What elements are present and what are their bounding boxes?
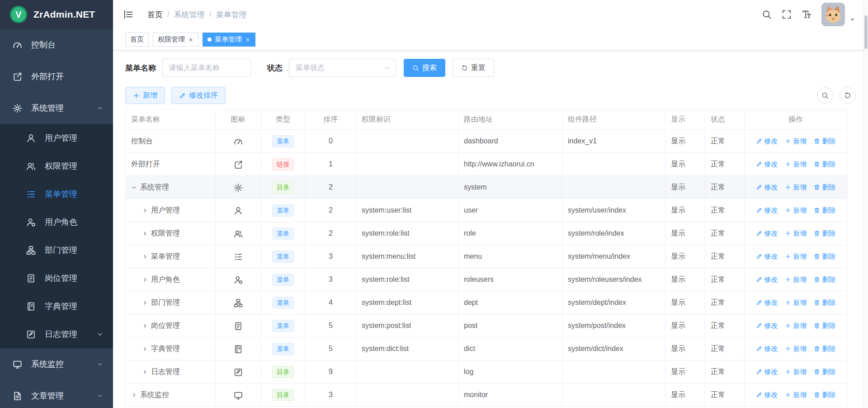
breadcrumb-item[interactable]: 首页	[147, 9, 163, 20]
log-icon	[234, 368, 243, 377]
row-add-button[interactable]: 新增	[785, 275, 807, 284]
close-icon[interactable]	[188, 37, 193, 43]
sidebar-item-3[interactable]: 系统监控	[0, 348, 113, 380]
row-edit-button[interactable]: 修改	[756, 252, 778, 261]
expand-row-toggle[interactable]	[142, 277, 148, 283]
row-edit-button[interactable]: 修改	[756, 160, 778, 169]
sort-button[interactable]: 修改排序	[171, 87, 226, 104]
expand-row-toggle[interactable]	[142, 208, 148, 213]
row-delete-button[interactable]: 删除	[814, 206, 836, 215]
sidebar-subitem-2-3[interactable]: 用户角色	[0, 208, 113, 236]
hamburger-icon[interactable]	[123, 9, 134, 20]
expand-row-toggle[interactable]	[142, 300, 148, 306]
row-add-button[interactable]: 新增	[785, 183, 807, 192]
avatar[interactable]	[821, 3, 845, 26]
component-value	[562, 153, 665, 176]
row-add-button[interactable]: 新增	[785, 299, 807, 307]
row-add-button[interactable]: 新增	[785, 137, 807, 146]
row-delete-button[interactable]: 删除	[814, 345, 836, 353]
row-delete-button[interactable]: 删除	[814, 229, 836, 238]
sidebar-item-0[interactable]: 控制台	[0, 29, 113, 61]
table-row: 权限管理菜单2system:role:listrolesystem/role/i…	[126, 222, 847, 245]
sidebar-subitem-2-0[interactable]: 用户管理	[0, 124, 113, 152]
close-icon[interactable]	[245, 37, 250, 43]
row-add-button[interactable]: 新增	[785, 229, 807, 238]
sidebar-subitem-2-7[interactable]: 日志管理	[0, 320, 113, 348]
reset-button[interactable]: 重置	[453, 59, 494, 77]
row-edit-button[interactable]: 修改	[756, 229, 778, 238]
fontsize-icon[interactable]	[802, 9, 811, 19]
scrollbar-thumb[interactable]	[864, 15, 868, 49]
row-edit-button[interactable]: 修改	[756, 345, 778, 353]
row-edit-button[interactable]: 修改	[756, 183, 778, 192]
row-add-button[interactable]: 新增	[785, 345, 807, 353]
fullscreen-icon[interactable]	[782, 9, 792, 19]
row-edit-button[interactable]: 修改	[756, 368, 778, 376]
add-button[interactable]: 新增	[125, 87, 165, 104]
row-edit-button[interactable]: 修改	[756, 137, 778, 146]
app-root: V ZrAdmin.NET 控制台外部打开系统管理用户管理权限管理菜单管理用户角…	[0, 0, 868, 408]
page-scrollbar[interactable]	[863, 0, 868, 408]
row-delete-button[interactable]: 删除	[814, 275, 836, 284]
sidebar-item-4[interactable]: 文章管理	[0, 380, 113, 408]
row-add-button[interactable]: 新增	[785, 368, 807, 376]
collapse-row-toggle[interactable]	[131, 185, 137, 190]
sidebar-subitem-2-1[interactable]: 权限管理	[0, 152, 113, 180]
sidebar-item-label: 权限管理	[45, 161, 77, 171]
row-edit-button[interactable]: 修改	[756, 322, 778, 330]
sidebar-item-2[interactable]: 系统管理	[0, 92, 113, 124]
row-delete-button[interactable]: 删除	[814, 391, 836, 399]
table-search-button[interactable]	[817, 87, 833, 104]
row-edit-button[interactable]: 修改	[756, 391, 778, 399]
row-delete-button[interactable]: 删除	[814, 160, 836, 169]
row-edit-button[interactable]: 修改	[756, 206, 778, 215]
row-delete-button[interactable]: 删除	[814, 368, 836, 376]
edit-icon	[179, 92, 186, 99]
tab-0[interactable]: 首页	[125, 33, 149, 47]
trash-icon	[814, 299, 820, 306]
refresh-icon	[461, 65, 468, 71]
expand-row-toggle[interactable]	[142, 231, 148, 237]
row-edit-button[interactable]: 修改	[756, 299, 778, 307]
row-add-button[interactable]: 新增	[785, 206, 807, 215]
table-refresh-button[interactable]	[840, 87, 856, 104]
caret-down-icon[interactable]	[849, 17, 855, 23]
row-delete-button[interactable]: 删除	[814, 252, 836, 261]
search-icon[interactable]	[762, 9, 772, 19]
row-delete-button[interactable]: 删除	[814, 322, 836, 330]
column-header: 状态	[705, 110, 745, 130]
sidebar-subitem-2-5[interactable]: 岗位管理	[0, 264, 113, 292]
row-add-button[interactable]: 新增	[785, 391, 807, 399]
sort-value: 9	[306, 361, 356, 384]
menu-name-input-wrap	[162, 59, 251, 77]
plus-icon	[785, 276, 791, 283]
tab-1[interactable]: 权限管理	[153, 33, 198, 47]
expand-row-toggle[interactable]	[142, 369, 148, 375]
expand-row-toggle[interactable]	[131, 392, 137, 398]
expand-row-toggle[interactable]	[142, 323, 148, 329]
status-value: 正常	[705, 176, 745, 199]
column-header: 图标	[216, 110, 261, 130]
status-select[interactable]: 菜单状态	[289, 59, 396, 77]
row-edit-button[interactable]: 修改	[756, 275, 778, 284]
sidebar-subitem-2-2[interactable]: 菜单管理	[0, 180, 113, 208]
sidebar-item-1[interactable]: 外部打开	[0, 61, 113, 92]
sidebar-subitem-2-6[interactable]: 字典管理	[0, 292, 113, 320]
row-delete-button[interactable]: 删除	[814, 137, 836, 146]
row-add-button[interactable]: 新增	[785, 252, 807, 261]
sidebar-subitem-2-4[interactable]: 部门管理	[0, 236, 113, 264]
edit-icon	[756, 299, 762, 306]
search-button[interactable]: 搜索	[404, 59, 445, 77]
menu-name-input[interactable]	[162, 59, 251, 77]
expand-row-toggle[interactable]	[142, 254, 148, 260]
type-tag: 菜单	[272, 297, 294, 309]
row-delete-button[interactable]: 删除	[814, 183, 836, 192]
edit-icon	[756, 184, 762, 190]
row-add-button[interactable]: 新增	[785, 322, 807, 330]
article-icon	[13, 391, 22, 401]
row-delete-button[interactable]: 删除	[814, 299, 836, 307]
logo[interactable]: V ZrAdmin.NET	[0, 0, 113, 29]
row-add-button[interactable]: 新增	[785, 160, 807, 169]
expand-row-toggle[interactable]	[142, 346, 148, 352]
tab-2[interactable]: 菜单管理	[203, 33, 255, 47]
